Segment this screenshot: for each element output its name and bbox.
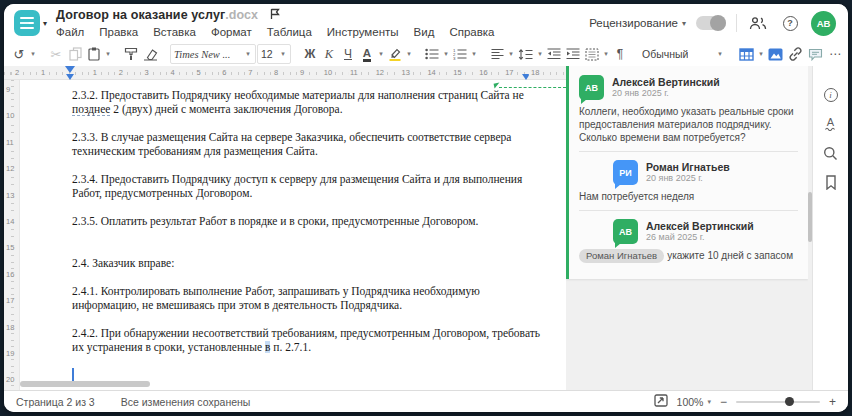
underline-button[interactable]: Ч [339,44,357,64]
save-status: Все изменения сохранены [121,396,251,408]
decrease-indent-button[interactable] [545,44,563,64]
bullet-list-caret[interactable]: ▾ [442,50,450,58]
zoom-out-button[interactable]: − [720,396,727,408]
highlight-color-caret[interactable]: ▾ [405,50,413,58]
clear-formatting-button[interactable] [141,44,160,64]
user-avatar[interactable]: АВ [811,11,836,36]
spellcheck-button[interactable]: А [821,115,841,133]
svg-text:3: 3 [453,56,456,60]
font-family-select[interactable]: Times New ... ▾ [170,44,256,64]
comments-scrollbar[interactable] [808,66,812,390]
comment-text: Коллеги, необходимо указать реальные сро… [579,105,798,144]
paste-button[interactable] [85,44,103,64]
nonprinting-chars-button[interactable]: ¶ [611,44,629,64]
logo-caret-icon[interactable]: ▾ [43,19,47,28]
text-run: 2 (двух) дней с момента заключения Догов… [110,103,342,115]
line-spacing-button[interactable] [516,44,535,64]
document-extension: .docx [225,8,258,22]
zoom-slider[interactable] [736,401,820,403]
vertical-ruler[interactable]: 91011121314151617181920 [4,80,20,390]
ruler-number: 16 [477,68,489,77]
comments-scrollbar-thumb[interactable] [808,192,812,242]
insert-table-button[interactable] [737,44,756,64]
insert-table-caret[interactable]: ▾ [757,50,765,58]
review-mode-button[interactable]: Рецензирование ▾ [589,17,686,29]
paste-caret[interactable]: ▾ [104,50,112,58]
document-paragraph[interactable]: 2.4. Заказчик вправе: [72,256,540,270]
numbered-list-caret[interactable]: ▾ [470,50,478,58]
page-indicator[interactable]: Страница 2 из 3 [16,396,95,408]
comment-thread-card[interactable]: АВАлексей Вертинский20 янв 2025 г.Коллег… [566,66,808,279]
font-color-caret[interactable]: ▾ [377,50,385,58]
menu-item[interactable]: Файл [56,26,84,38]
format-painter-button[interactable] [122,44,140,64]
bold-button[interactable]: Ж [301,44,319,64]
zoom-slider-knob[interactable] [785,397,794,406]
document-paragraph[interactable]: 2.3.4. Предоставить Подрядчику доступ к … [72,172,540,200]
more-tools-button[interactable]: ⋯ [826,44,844,64]
fit-width-button[interactable] [654,394,668,409]
help-button[interactable]: ? [779,12,801,34]
text-run: техническим требованиям для размещения С… [72,145,318,157]
menu-item[interactable]: Вид [414,26,435,38]
numbered-list-icon: 123 [453,48,467,60]
users-icon [749,16,767,30]
align-button[interactable] [488,44,506,64]
menu-item[interactable]: Правка [99,26,138,38]
font-size-select[interactable]: 12 ▾ [257,44,291,64]
document-paragraph[interactable]: 2.3.2. Предоставить Подрядчику необходим… [72,88,540,116]
highlight-color-button[interactable] [386,44,404,64]
zoom-select[interactable]: 100% ▾ [677,396,711,408]
track-changes-toggle[interactable] [696,16,726,30]
menu-item[interactable]: Вставка [153,26,196,38]
font-color-button[interactable]: А [363,47,371,62]
copy-button[interactable] [66,44,84,64]
first-line-indent-marker[interactable] [65,66,75,73]
mention-chip[interactable]: Роман Игнатьев [579,249,664,263]
paste-icon [88,47,100,61]
bookmarks-button[interactable] [821,173,841,191]
text-run: информацию, не вмешиваясь при этом в дея… [72,299,402,311]
insert-link-button[interactable] [786,44,805,64]
about-button[interactable]: i [821,86,841,104]
menu-item[interactable]: Таблица [267,26,312,38]
cut-button[interactable]: ✂ [47,44,65,64]
eraser-icon [143,47,158,61]
undo-caret[interactable]: ▾ [29,50,37,58]
menu-item[interactable]: Формат [211,26,252,38]
ruler-number: 12 [6,163,14,174]
horizontal-ruler[interactable]: 21123456789101112131415161718 [4,66,566,80]
document-paragraph[interactable]: 2.4.1. Контролировать выполнение Работ, … [72,284,540,312]
italic-button[interactable]: К [320,44,338,64]
undo-button[interactable]: ↺ [10,44,28,64]
line-spacing-caret[interactable]: ▾ [536,50,544,58]
align-caret[interactable]: ▾ [507,50,515,58]
document-page[interactable]: 2.3.2. Предоставить Подрядчику необходим… [20,80,566,390]
paragraph-borders-caret[interactable]: ▾ [602,50,610,58]
ruler-number: 16 [6,269,14,280]
document-paragraph[interactable]: 2.3.5. Оплатить результат Работ в порядк… [72,214,540,228]
document-paragraph[interactable]: 2.3.3. В случае размещения Сайта на серв… [72,130,540,158]
editor-window: ▾ Договор на оказание услуг .docx ФайлПр… [4,4,848,412]
bullet-list-button[interactable] [423,44,441,64]
marked-text: позднее [72,103,110,116]
numbered-list-button[interactable]: 123 [451,44,469,64]
menu-item[interactable]: Инструменты [327,26,399,38]
bookmark-icon [825,175,837,190]
paragraph-borders-button[interactable] [583,44,601,64]
collaboration-users-button[interactable] [747,12,769,34]
insert-comment-button[interactable] [806,44,825,64]
increase-indent-button[interactable] [564,44,582,64]
paragraph-style-select[interactable]: Обычный ▾ [639,44,727,64]
horizontal-scrollbar[interactable] [20,381,150,387]
document-paragraph[interactable]: 2.4.2. При обнаружении несоответствий тр… [72,326,540,354]
insert-image-button[interactable] [766,44,785,64]
ruler-number: 1 [91,68,99,77]
comment-date: 20 янв 2025 г. [646,173,730,184]
menu-item[interactable]: Справка [449,26,494,38]
zoom-in-button[interactable]: + [829,396,836,408]
favorite-flag-icon[interactable] [270,6,280,24]
search-button[interactable] [821,144,841,162]
ruler-number: 13 [400,68,412,77]
app-logo-button[interactable]: ▾ [4,4,50,42]
